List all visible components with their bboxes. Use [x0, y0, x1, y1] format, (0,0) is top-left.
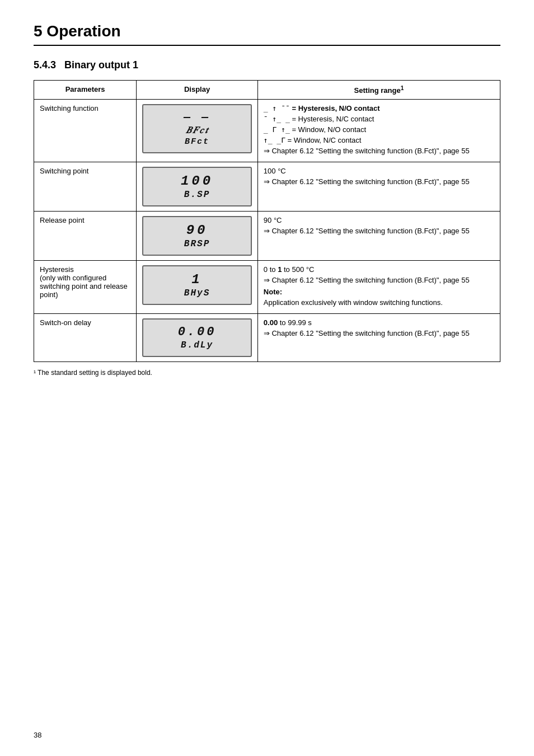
table-row: Switching function — — 𝐵𝐹𝑐𝑡 BFct _ ↑ ¯¯ …	[34, 100, 500, 162]
display-switch-on-delay: 0.00 B.dLy	[137, 314, 258, 362]
display-switching-point: 100 B.SP	[137, 162, 258, 212]
range-hysteresis: 0 to 1 to 500 °C ⇒ Chapter 6.12 "Setting…	[257, 261, 500, 314]
range-switching-function: _ ↑ ¯¯ = Hysteresis, N/O contact ¯ ↑_ _ …	[257, 100, 500, 162]
table-row: Hysteresis (only with configured switchi…	[34, 261, 500, 314]
page-number: 38	[34, 731, 41, 739]
param-switch-on-delay: Switch-on delay	[34, 314, 137, 362]
table-row: Switching point 100 B.SP 100 °C ⇒ Chapte…	[34, 162, 500, 212]
table-row: Switch-on delay 0.00 B.dLy 0.00 to 99.99…	[34, 314, 500, 362]
display-switching-function: — — 𝐵𝐹𝑐𝑡 BFct	[137, 100, 258, 162]
section-title: 5.4.3 Binary output 1	[34, 59, 500, 71]
param-switching-point: Switching point	[34, 162, 137, 212]
col-header-range: Setting range1	[257, 81, 500, 100]
display-hysteresis: 1 BHyS	[137, 261, 258, 314]
footnote: ¹ The standard setting is displayed bold…	[34, 369, 500, 377]
range-switch-on-delay: 0.00 to 99.99 s ⇒ Chapter 6.12 "Setting …	[257, 314, 500, 362]
param-switching-function: Switching function	[34, 100, 137, 162]
param-release-point: Release point	[34, 212, 137, 261]
range-release-point: 90 °C ⇒ Chapter 6.12 "Setting the switch…	[257, 212, 500, 261]
parameters-table: Parameters Display Setting range1 Switch…	[34, 80, 500, 362]
page-title: 5 Operation	[34, 22, 500, 46]
param-hysteresis: Hysteresis (only with configured switchi…	[34, 261, 137, 314]
col-header-parameters: Parameters	[34, 81, 137, 100]
table-row: Release point 90 BRSP 90 °C ⇒ Chapter 6.…	[34, 212, 500, 261]
col-header-display: Display	[137, 81, 258, 100]
display-release-point: 90 BRSP	[137, 212, 258, 261]
range-switching-point: 100 °C ⇒ Chapter 6.12 "Setting the switc…	[257, 162, 500, 212]
